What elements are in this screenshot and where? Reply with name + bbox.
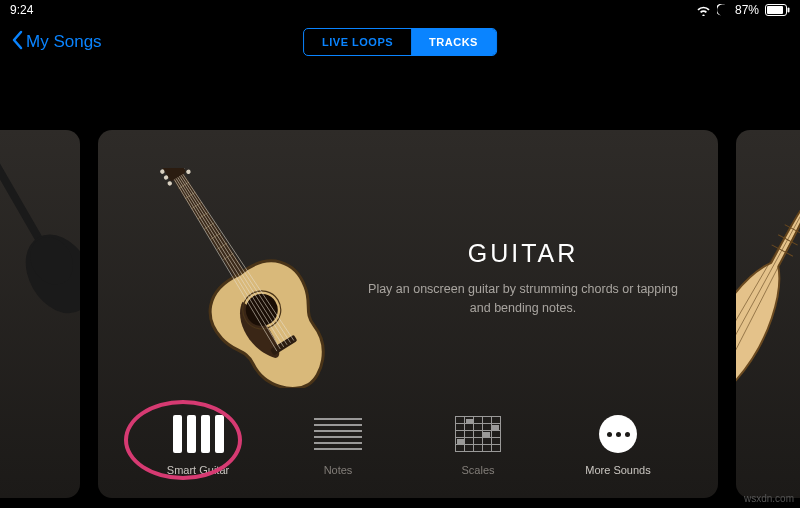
status-time: 9:24 bbox=[10, 3, 33, 17]
option-label: Notes bbox=[324, 464, 353, 476]
do-not-disturb-icon bbox=[717, 4, 729, 16]
instrument-carousel[interactable]: GUITAR Play an onscreen guitar by strumm… bbox=[0, 130, 800, 498]
status-right: 87% bbox=[696, 3, 790, 17]
instrument-title: GUITAR bbox=[368, 239, 678, 268]
more-sounds-icon bbox=[594, 414, 642, 454]
svg-point-18 bbox=[185, 169, 191, 175]
option-more-sounds[interactable]: More Sounds bbox=[573, 414, 663, 476]
carousel-card-prev[interactable] bbox=[0, 130, 80, 498]
carousel-card-guitar: GUITAR Play an onscreen guitar by strumm… bbox=[98, 130, 718, 498]
guitar-image bbox=[128, 168, 358, 388]
scales-icon bbox=[454, 414, 502, 454]
svg-rect-2 bbox=[788, 8, 790, 13]
svg-point-15 bbox=[167, 180, 173, 186]
option-label: Scales bbox=[461, 464, 494, 476]
option-label: More Sounds bbox=[585, 464, 650, 476]
instrument-info: GUITAR Play an onscreen guitar by strumm… bbox=[358, 239, 688, 318]
option-notes[interactable]: Notes bbox=[293, 414, 383, 476]
carousel-card-next[interactable] bbox=[736, 130, 800, 498]
bass-icon bbox=[0, 130, 80, 330]
tab-live-loops[interactable]: LIVE LOOPS bbox=[304, 29, 411, 55]
tab-tracks[interactable]: TRACKS bbox=[411, 29, 496, 55]
watermark: wsxdn.com bbox=[744, 493, 794, 504]
option-label: Smart Guitar bbox=[167, 464, 229, 476]
instrument-description: Play an onscreen guitar by strumming cho… bbox=[368, 280, 678, 318]
nav-bar: My Songs LIVE LOOPS TRACKS bbox=[0, 20, 800, 64]
battery-percent: 87% bbox=[735, 3, 759, 17]
battery-icon bbox=[765, 4, 790, 16]
status-bar: 9:24 87% bbox=[0, 0, 800, 20]
option-scales[interactable]: Scales bbox=[433, 414, 523, 476]
smart-guitar-icon bbox=[174, 414, 222, 454]
option-smart-guitar[interactable]: Smart Guitar bbox=[153, 414, 243, 476]
svg-rect-1 bbox=[767, 6, 783, 14]
chevron-left-icon bbox=[10, 30, 24, 55]
svg-rect-11 bbox=[171, 169, 250, 286]
notes-icon bbox=[314, 414, 362, 454]
segmented-control: LIVE LOOPS TRACKS bbox=[303, 28, 497, 56]
instrument-options: Smart Guitar Notes Scales More Sounds bbox=[98, 406, 718, 498]
wifi-icon bbox=[696, 5, 711, 16]
back-button[interactable]: My Songs bbox=[10, 30, 102, 55]
back-label: My Songs bbox=[26, 32, 102, 52]
pipa-icon bbox=[736, 130, 800, 390]
